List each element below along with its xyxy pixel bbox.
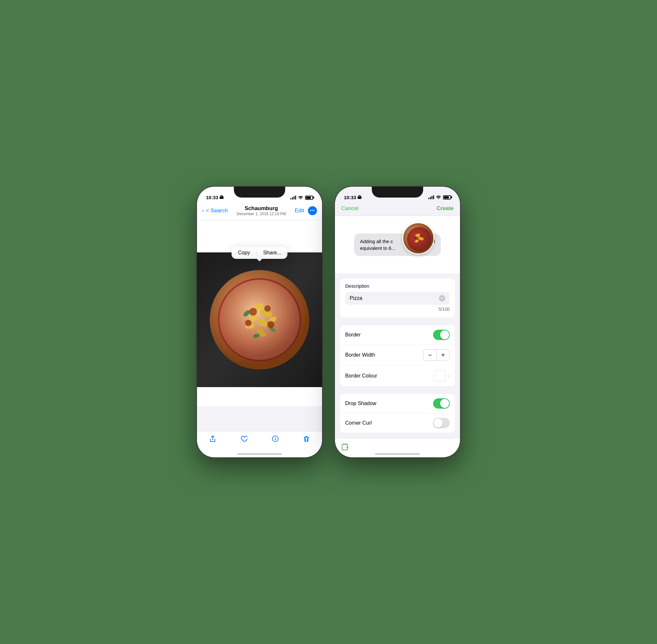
separator bbox=[335, 274, 460, 276]
svg-point-15 bbox=[267, 321, 274, 328]
home-indicator bbox=[237, 453, 282, 455]
corner-curl-label: Corner Curl bbox=[345, 420, 372, 426]
border-toggle[interactable] bbox=[433, 330, 450, 340]
toggle-knob-curl bbox=[434, 418, 443, 428]
separator2 bbox=[335, 320, 460, 323]
scrollable-content: Adding all the c ette wheel willequivale… bbox=[335, 216, 460, 435]
border-colour-label: Border Colour bbox=[345, 373, 377, 379]
toggle-knob-border bbox=[440, 330, 449, 339]
trash-icon bbox=[303, 435, 310, 442]
border-settings: Border Border Width − + Border C bbox=[340, 325, 455, 386]
effects-settings: Drop Shadow Corner Curl bbox=[340, 394, 455, 433]
right-screen: 10:33 🏔 Cancel Create bbox=[335, 187, 460, 457]
svg-point-14 bbox=[264, 305, 271, 312]
heart-icon bbox=[240, 435, 247, 442]
right-status-icons bbox=[428, 194, 451, 200]
wifi-icon bbox=[298, 195, 303, 200]
share-button[interactable] bbox=[209, 435, 216, 442]
right-status-person: 🏔 bbox=[357, 195, 362, 200]
white-area-bottom bbox=[197, 387, 322, 406]
delete-button[interactable] bbox=[303, 435, 310, 442]
border-width-row: Border Width − + bbox=[340, 345, 455, 366]
description-label: Description bbox=[345, 283, 450, 289]
sticker-image bbox=[402, 222, 434, 254]
info-icon bbox=[272, 435, 279, 442]
svg-point-23 bbox=[421, 234, 423, 237]
context-menu: Copy Share... bbox=[232, 247, 288, 259]
right-battery-icon bbox=[443, 195, 451, 200]
signal-icon bbox=[290, 196, 296, 200]
status-icons bbox=[290, 195, 313, 200]
copy-button[interactable]: Copy bbox=[232, 247, 256, 259]
sticker-preview-area: Adding all the c ette wheel willequivale… bbox=[335, 216, 460, 274]
nav-title: Schaumburg December 1, 2016 12:19 PM bbox=[237, 205, 286, 216]
color-picker-area: › bbox=[434, 370, 450, 382]
status-time: 10:33 🏔 bbox=[206, 195, 224, 200]
status-bar: 10:33 🏔 bbox=[197, 187, 322, 203]
border-width-label: Border Width bbox=[345, 352, 375, 358]
bottom-toolbar bbox=[197, 431, 322, 457]
right-nav-bar: Cancel Create bbox=[335, 203, 460, 216]
border-label: Border bbox=[345, 332, 361, 338]
stepper-minus[interactable]: − bbox=[424, 350, 436, 361]
nav-actions: Edit ••• bbox=[295, 206, 317, 215]
pizza-photo[interactable] bbox=[197, 252, 322, 387]
status-person-icon: 🏔 bbox=[220, 195, 224, 200]
nav-bar: ‹ < Search Schaumburg December 1, 2016 1… bbox=[197, 203, 322, 220]
char-count: 5/100 bbox=[345, 305, 450, 313]
border-width-stepper: − + bbox=[423, 349, 450, 361]
svg-point-16 bbox=[245, 320, 251, 326]
separator3 bbox=[335, 389, 460, 391]
color-swatch[interactable] bbox=[434, 370, 446, 382]
left-screen: 10:33 🏔 ‹ < Search Sch bbox=[197, 187, 322, 457]
right-signal-icon bbox=[428, 195, 434, 199]
chevron-right-icon: › bbox=[448, 373, 450, 379]
stepper-plus[interactable]: + bbox=[437, 350, 449, 361]
corner-curl-toggle[interactable] bbox=[433, 418, 450, 428]
svg-point-22 bbox=[414, 236, 417, 239]
battery-icon bbox=[305, 196, 313, 200]
create-button[interactable]: Create bbox=[437, 205, 454, 212]
more-button[interactable]: ••• bbox=[308, 206, 317, 215]
cancel-button[interactable]: Cancel bbox=[341, 205, 358, 212]
back-button[interactable]: ‹ < Search bbox=[202, 207, 228, 214]
right-status-bar: 10:33 🏔 bbox=[335, 187, 460, 203]
share-button[interactable]: Share... bbox=[257, 247, 288, 259]
drop-shadow-row: Drop Shadow bbox=[340, 394, 455, 413]
pizza-image bbox=[208, 269, 311, 371]
right-wifi-icon bbox=[436, 194, 441, 200]
border-row: Border bbox=[340, 325, 455, 345]
corner-curl-row: Corner Curl bbox=[340, 413, 455, 433]
right-phone: 10:33 🏔 Cancel Create bbox=[335, 187, 460, 457]
white-area-top: Copy Share... bbox=[197, 220, 322, 252]
right-home-indicator bbox=[375, 453, 420, 455]
description-section: Description Pizza ✕ 5/100 bbox=[340, 279, 455, 318]
info-button[interactable] bbox=[272, 435, 279, 442]
drop-shadow-label: Drop Shadow bbox=[345, 400, 376, 406]
description-value: Pizza bbox=[350, 295, 362, 301]
favorite-button[interactable] bbox=[240, 435, 247, 442]
description-input[interactable]: Pizza ✕ bbox=[345, 292, 450, 305]
sticker-action-icon[interactable] bbox=[341, 443, 350, 453]
svg-point-13 bbox=[249, 308, 257, 316]
edit-button[interactable]: Edit bbox=[295, 207, 304, 214]
left-phone: 10:33 🏔 ‹ < Search Sch bbox=[197, 187, 322, 457]
drop-shadow-toggle[interactable] bbox=[433, 398, 450, 409]
clear-button[interactable]: ✕ bbox=[439, 295, 445, 301]
border-colour-row: Border Colour › bbox=[340, 366, 455, 386]
toggle-knob-shadow bbox=[440, 399, 449, 408]
share-icon bbox=[209, 435, 216, 442]
right-status-time: 10:33 🏔 bbox=[344, 195, 362, 200]
bottom-action-bar bbox=[335, 438, 460, 457]
